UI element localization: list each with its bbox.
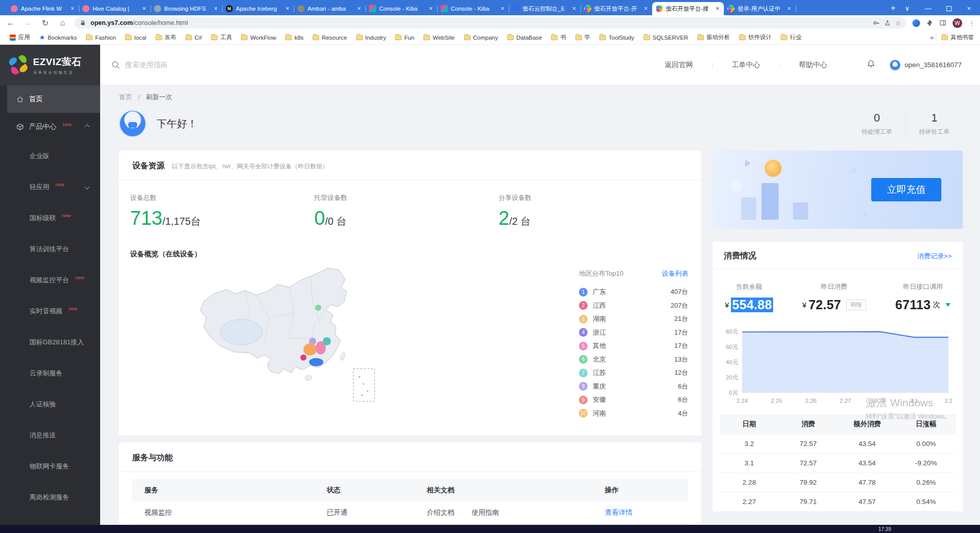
service-detail-link[interactable]: 查看详情 — [605, 509, 632, 516]
sidebar-item-视频监控平台[interactable]: 视频监控平台new — [7, 264, 100, 295]
browser-tab-3[interactable]: NApache Iceberg× — [222, 2, 294, 15]
bookmark-发布[interactable]: 发布 — [152, 33, 180, 42]
browser-tab-6[interactable]: Console - Kiba× — [437, 2, 509, 15]
taskbar[interactable]: 17:39 — [0, 525, 980, 533]
browser-tab-7[interactable]: 萤石云控制台_E× — [509, 2, 580, 15]
brand-logo[interactable]: EZVIZ萤石 乐享安全智能生活 — [0, 45, 100, 85]
recharge-button[interactable]: 立即充值 — [871, 178, 941, 201]
sidebar-item-国标级联[interactable]: 国标级联new — [7, 202, 100, 233]
pending-tickets[interactable]: 0 待处理工单 — [848, 111, 905, 136]
tab-close-icon[interactable]: × — [571, 5, 577, 12]
to-review-tickets[interactable]: 1 待评价工单 — [905, 111, 963, 136]
sidebar-item-国标GB28181接入[interactable]: 国标GB28181接入 — [7, 327, 100, 358]
browser-tab-1[interactable]: Hive Catalog |× — [79, 2, 150, 15]
bookmarks-overflow-icon[interactable]: » — [930, 34, 934, 41]
bookmark-WorkFlow[interactable]: WorkFlow — [237, 34, 280, 42]
bookmark-工具[interactable]: 工具 — [207, 33, 235, 42]
tab-close-icon[interactable]: × — [500, 5, 505, 12]
browser-tab-10[interactable]: 登录-用户认证中× — [724, 2, 795, 15]
header-link-ticket-center[interactable]: 工单中心 — [712, 61, 779, 70]
other-bookmarks[interactable]: 其他书签 — [936, 34, 974, 41]
share-icon[interactable] — [884, 19, 891, 26]
bookmark-ToolStudy[interactable]: ToolStudy — [596, 34, 638, 42]
sidebar-item-云录制服务[interactable]: 云录制服务 — [7, 358, 100, 389]
browser-tab-0[interactable]: Apache Flink W× — [7, 2, 79, 15]
back-button[interactable]: ← — [5, 18, 16, 27]
header-link-official-site[interactable]: 返回官网 — [645, 61, 712, 70]
reload-button[interactable]: ↻ — [40, 18, 51, 28]
bookmark-书[interactable]: 书 — [547, 33, 570, 42]
browser-tab-8[interactable]: 萤石开放平台-开× — [580, 2, 652, 15]
consumption-records-link[interactable]: 消费记录>> — [917, 252, 952, 261]
sidebar-item-实时音视频[interactable]: 实时音视频new — [7, 295, 100, 327]
china-map[interactable] — [134, 262, 579, 420]
sidebar-item-人证核验[interactable]: 人证核验 — [7, 389, 100, 420]
new-tab-button[interactable]: + — [891, 3, 896, 13]
tab-close-icon[interactable]: × — [141, 5, 147, 12]
bookmark-Bookmarks[interactable]: ★Bookmarks — [36, 33, 80, 42]
device-list-link[interactable]: 设备列表 — [662, 269, 688, 278]
bookmark-local[interactable]: local — [121, 34, 150, 42]
browser-menu-icon[interactable]: ⋮ — [968, 19, 975, 27]
bookmark-Fun[interactable]: Fun — [391, 34, 418, 42]
notification-bell-icon[interactable] — [867, 60, 875, 70]
profile-avatar[interactable]: W — [953, 18, 962, 28]
bookmark-应用[interactable]: 应用 — [6, 33, 34, 42]
bookmark-WebSite[interactable]: WebSite — [420, 34, 458, 42]
tab-search-icon[interactable]: ∨ — [905, 5, 910, 12]
bookmark-C#[interactable]: C# — [182, 34, 206, 42]
sidebar-item-轻应用[interactable]: 轻应用new — [7, 171, 100, 202]
tab-close-icon[interactable]: × — [786, 5, 792, 12]
bookmark-学[interactable]: 学 — [572, 33, 594, 42]
bookmark-Resource[interactable]: Resource — [309, 34, 350, 42]
sidebar-item-产品中心[interactable]: 产品中心new — [7, 113, 100, 140]
consumption-chart[interactable]: 0元20元40元60元80元2.242.252.262.272.283.13.2 — [713, 322, 963, 409]
extension-icon[interactable] — [912, 19, 920, 27]
sidebar-item-企业版[interactable]: 企业版 — [7, 140, 100, 171]
tab-close-icon[interactable]: × — [213, 5, 219, 12]
breadcrumb-home[interactable]: 首页 — [119, 93, 132, 101]
home-button[interactable]: ⌂ — [57, 18, 68, 27]
guide-search[interactable]: 搜索使用指南 — [111, 61, 640, 70]
service-doc-guide[interactable]: 使用指南 — [472, 508, 499, 517]
tab-close-icon[interactable]: × — [428, 5, 434, 12]
forward-button[interactable]: → — [22, 18, 34, 27]
tab-close-icon[interactable]: × — [285, 5, 290, 12]
sidebar-item-物联网卡服务[interactable]: 物联网卡服务 — [7, 451, 100, 482]
tab-close-icon[interactable]: × — [356, 5, 362, 12]
browser-tab-4[interactable]: Ambari - amba× — [294, 2, 365, 15]
bookmark-Company[interactable]: Company — [461, 34, 502, 42]
key-icon[interactable] — [873, 19, 880, 26]
bookmark-软件设计[interactable]: 软件设计 — [736, 33, 775, 42]
sidebar-item-算法训练平台[interactable]: 算法训练平台 — [7, 233, 100, 264]
sidebar-item-消息推送[interactable]: 消息推送 — [7, 420, 100, 451]
browser-tab-2[interactable]: Browsing HDFS× — [150, 2, 222, 15]
bookmark-振动分析[interactable]: 振动分析 — [694, 33, 733, 42]
puzzle-icon[interactable] — [926, 19, 933, 26]
tab-close-icon[interactable]: × — [643, 5, 649, 12]
detail-button[interactable]: 明细 — [846, 300, 866, 310]
bookmark-Industry[interactable]: Industry — [353, 34, 390, 42]
bookmark-DataBase[interactable]: DataBase — [504, 34, 546, 42]
bookmark-star-icon[interactable]: ☆ — [895, 19, 901, 27]
address-bar[interactable]: open.ys7.com/console/home.html ☆ — [74, 17, 906, 28]
account-menu[interactable]: open_3581616077 — [890, 60, 962, 71]
restore-button[interactable] — [946, 6, 952, 11]
browser-tab-5[interactable]: Console - Kiba× — [365, 2, 437, 15]
minimize-button[interactable]: — — [925, 5, 931, 12]
bookmark-k8s[interactable]: k8s — [282, 34, 307, 42]
sidebar-item-离岗检测服务[interactable]: 离岗检测服务 — [7, 482, 100, 513]
side-panel-icon[interactable] — [939, 19, 946, 26]
tab-close-icon[interactable]: × — [715, 5, 720, 12]
bookmark-行业[interactable]: 行业 — [777, 33, 805, 42]
close-window-button[interactable]: × — [967, 5, 971, 12]
trend-down-icon[interactable] — [945, 303, 951, 307]
bookmark-Fashion[interactable]: Fashion — [82, 34, 119, 42]
bookmark-SQLSERVER[interactable]: SQLSERVER — [640, 34, 692, 42]
header-link-help-center[interactable]: 帮助中心 — [779, 61, 846, 70]
top10-title[interactable]: 地区分布Top10 — [579, 269, 623, 278]
browser-tab-9[interactable]: 萤石开放平台-接× — [652, 2, 724, 15]
tab-close-icon[interactable]: × — [70, 5, 75, 12]
service-doc-intro[interactable]: 介绍文档 — [427, 508, 454, 517]
sidebar-item-首页[interactable]: 首页 — [7, 85, 100, 113]
